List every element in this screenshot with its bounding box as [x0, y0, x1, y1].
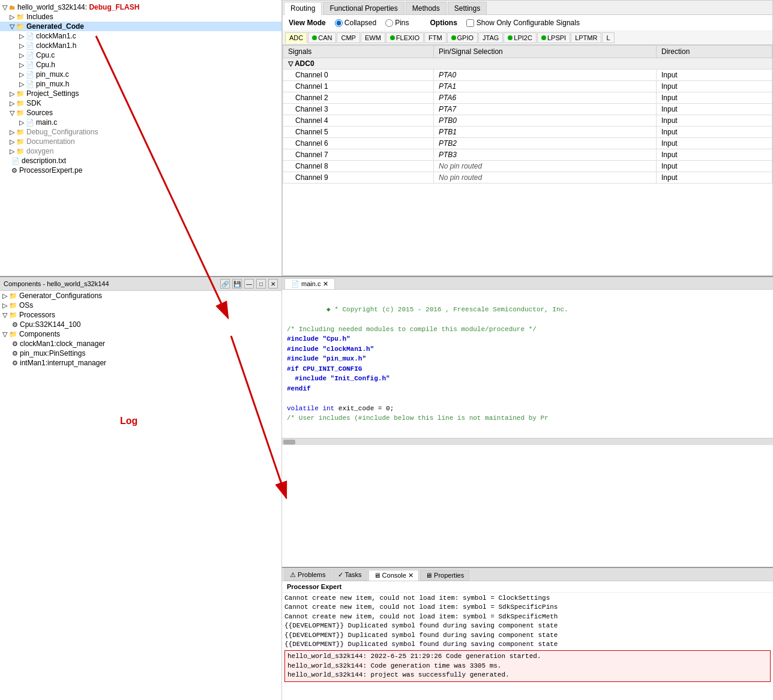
tree-item-clockman1-h[interactable]: ▷ 📄 clockMan1.h: [0, 41, 281, 50]
project-root[interactable]: ▽ 🖿 hello_world_s32k144: Debug_FLASH: [0, 2, 281, 12]
tree-item-sources[interactable]: ▽ 📁 Sources: [0, 108, 281, 118]
tab-methods[interactable]: Methods: [406, 2, 447, 14]
tab-ftm[interactable]: FTM: [424, 32, 447, 43]
channel-name: Channel 0: [283, 70, 434, 81]
editor-tab-main-c[interactable]: 📄 main.c ✕: [284, 278, 335, 289]
copyright-comment: ◆ * Copyright (c) 2015 - 2016 , Freescal…: [326, 306, 568, 313]
signals-table: Signals Pin/Signal Selection Direction ▽…: [283, 45, 772, 275]
expand-arrow: ▷: [19, 52, 24, 59]
direction: Input: [657, 127, 772, 138]
pin-selection[interactable]: No pin routed: [434, 161, 657, 172]
tree-item-documentation[interactable]: ▷ 📁 Documentation: [0, 137, 281, 146]
tree-item-cpu-c[interactable]: ▷ 📄 Cpu.c: [0, 50, 281, 60]
horizontal-scrollbar[interactable]: [282, 438, 773, 445]
close-button[interactable]: ✕: [268, 279, 278, 289]
comp-label: OSs: [19, 301, 33, 310]
tree-item-doxygen[interactable]: ▷ 📁 doxygen: [0, 146, 281, 156]
tab-lpspi[interactable]: LPSPI: [537, 32, 570, 43]
tree-item-description[interactable]: 📄 description.txt: [0, 156, 281, 166]
tree-item-pin-mux-c[interactable]: ▷ 📄 pin_mux.c: [0, 70, 281, 79]
tab-adc[interactable]: ADC: [285, 32, 307, 43]
minimize-button[interactable]: —: [244, 279, 254, 289]
pin-selection[interactable]: No pin routed: [434, 172, 657, 184]
adc-tab-label: ADC: [289, 34, 303, 41]
comp-clockman1[interactable]: ⚙ clockMan1:clock_manager: [0, 339, 281, 349]
tree-item-sdk[interactable]: ▷ 📁 SDK: [0, 98, 281, 108]
file-label: Cpu.c: [36, 51, 55, 59]
options-label: Options: [430, 19, 457, 27]
tab-gpio[interactable]: GPIO: [447, 32, 478, 43]
tree-item-project-settings[interactable]: ▷ 📁 Project_Settings: [0, 89, 281, 98]
tab-cmp[interactable]: CMP: [337, 32, 359, 43]
file-icon: 📄: [26, 52, 34, 59]
console-highlight-line-3: hello_world_s32k144: project was success…: [287, 671, 768, 680]
pin-selection[interactable]: PTA6: [434, 92, 657, 104]
expand-icon: ▽: [2, 4, 7, 11]
file-label: ProcessorExpert.pe: [19, 166, 82, 175]
tree-item-includes[interactable]: ▷ 📁 Includes: [0, 12, 281, 22]
tab-can[interactable]: CAN: [308, 32, 336, 43]
can-dot: [312, 35, 317, 40]
expand-arrow: ▷: [19, 42, 24, 50]
comp-intman1[interactable]: ⚙ intMan1:interrupt_manager: [0, 358, 281, 368]
collapsed-radio[interactable]: Collapsed: [335, 19, 376, 27]
tree-item-main-c[interactable]: ▷ 📄 main.c: [0, 118, 281, 127]
editor-panel: 📄 main.c ✕ ◆ * Copyright (c) 2015 - 2016…: [282, 277, 773, 568]
include-cpu: #include "Cpu.h": [287, 335, 350, 343]
pin-selection[interactable]: PTA7: [434, 104, 657, 115]
routing-panel: Routing Functional Properties Methods Se…: [282, 0, 773, 276]
tab-problems[interactable]: ⚠ Problems: [284, 569, 331, 581]
tree-item-processor-expert[interactable]: ⚙ ProcessorExpert.pe: [0, 166, 281, 175]
tab-tasks[interactable]: ✓ Tasks: [332, 569, 367, 581]
expand-arrow: ▷: [19, 119, 24, 127]
tree-item-cpu-h[interactable]: ▷ 📄 Cpu.h: [0, 60, 281, 70]
tab-console[interactable]: 🖥 Console ✕: [368, 570, 419, 581]
pin-selection[interactable]: PTB1: [434, 127, 657, 138]
file-label: pin_mux.c: [36, 70, 69, 79]
pins-radio[interactable]: Pins: [385, 19, 409, 27]
tree-item-pin-mux-h[interactable]: ▷ 📄 pin_mux.h: [0, 79, 281, 89]
table-row: Channel 1 PTA1 Input: [283, 81, 772, 92]
comp-cpu[interactable]: ⚙ Cpu:S32K144_100: [0, 320, 281, 329]
code-area[interactable]: ◆ * Copyright (c) 2015 - 2016 , Freescal…: [282, 290, 773, 438]
show-configurable-checkbox[interactable]: Show Only Configurable Signals: [466, 19, 580, 27]
tab-more[interactable]: L: [602, 32, 614, 43]
comp-processors[interactable]: ▽ 📁 Processors: [0, 310, 281, 320]
pin-selection[interactable]: PTB0: [434, 115, 657, 127]
tab-settings[interactable]: Settings: [448, 2, 487, 14]
pin-selection[interactable]: PTB2: [434, 138, 657, 149]
scrollbar-thumb[interactable]: [283, 440, 295, 444]
pin-selection[interactable]: PTA0: [434, 70, 657, 81]
tab-lpi2c[interactable]: LPI2C: [504, 32, 537, 43]
pin-selection[interactable]: PTB3: [434, 149, 657, 161]
comp-generator-conf[interactable]: ▷ 📁 Generator_Configurations: [0, 291, 281, 301]
channel-name: Channel 3: [283, 104, 434, 115]
tree-item-clockman1-c[interactable]: ▷ 📄 clockMan1.c: [0, 31, 281, 41]
tab-flexio[interactable]: FLEXIO: [386, 32, 424, 43]
comp-oss[interactable]: ▷ 📁 OSs: [0, 301, 281, 310]
pins-label: Pins: [395, 19, 409, 27]
channel-name: Channel 9: [283, 172, 434, 184]
maximize-button[interactable]: □: [256, 279, 266, 289]
file-label: main.c: [36, 118, 57, 127]
tree-item-generated-code[interactable]: ▽ 📁 Generated_Code: [0, 22, 281, 31]
pin-selection[interactable]: PTA1: [434, 81, 657, 92]
tab-properties[interactable]: 🖥 Properties: [420, 570, 469, 581]
table-row: Channel 5 PTB1 Input: [283, 127, 772, 138]
save-button[interactable]: 💾: [232, 279, 242, 289]
comp-pinmux[interactable]: ⚙ pin_mux:PinSettings: [0, 349, 281, 358]
tab-lptmr[interactable]: LPTMR: [571, 32, 601, 43]
tab-routing[interactable]: Routing: [284, 2, 322, 15]
folder-icon: 📁: [16, 90, 25, 98]
table-row: Channel 8 No pin routed Input: [283, 161, 772, 172]
link-button[interactable]: 🔗: [220, 279, 230, 289]
tree-item-debug-conf[interactable]: ▷ 📁 Debug_Configurations: [0, 127, 281, 137]
tab-jtag[interactable]: JTAG: [478, 32, 503, 43]
table-row: Channel 0 PTA0 Input: [283, 70, 772, 81]
cmp-tab-label: CMP: [341, 34, 355, 41]
tab-functional-properties[interactable]: Functional Properties: [323, 2, 404, 14]
comp-components-folder[interactable]: ▽ 📁 Components: [0, 329, 281, 339]
tab-ewm[interactable]: EWM: [361, 32, 385, 43]
table-row: Channel 2 PTA6 Input: [283, 92, 772, 104]
console-line: {{DEVELOPMENT}} Duplicated symbol found …: [284, 631, 771, 640]
